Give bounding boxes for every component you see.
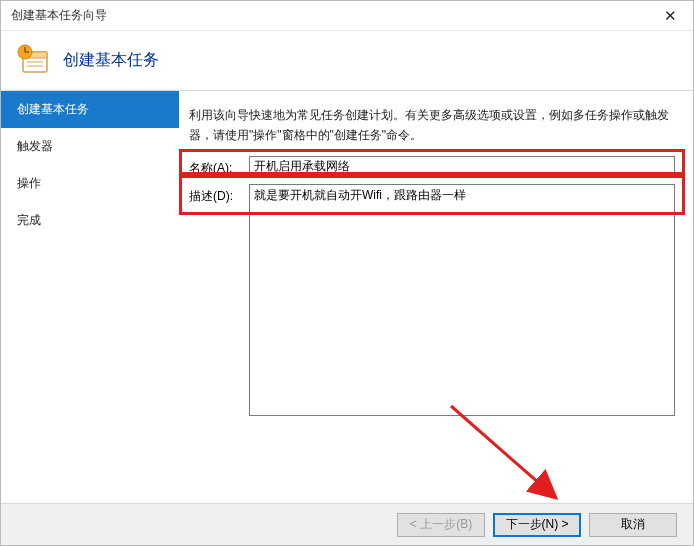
desc-row: 描述(D): [189, 184, 675, 416]
desc-label: 描述(D): [189, 184, 249, 205]
wizard-header: 创建基本任务 [1, 31, 693, 91]
wizard-icon [17, 44, 51, 78]
sidebar-item-create-basic-task[interactable]: 创建基本任务 [1, 91, 179, 128]
desc-textarea[interactable] [249, 184, 675, 416]
back-button: < 上一步(B) [397, 513, 485, 537]
wizard-title: 创建基本任务 [63, 50, 159, 71]
wizard-body: 创建基本任务 触发器 操作 完成 利用该向导快速地为常见任务创建计划。有关更多高… [1, 91, 693, 503]
close-button[interactable]: ✕ [648, 1, 693, 31]
name-label: 名称(A): [189, 156, 249, 177]
sidebar-item-label: 操作 [17, 176, 41, 190]
sidebar-item-label: 创建基本任务 [17, 102, 89, 116]
wizard-sidebar: 创建基本任务 触发器 操作 完成 [1, 91, 179, 503]
sidebar-item-action[interactable]: 操作 [1, 165, 179, 202]
intro-text: 利用该向导快速地为常见任务创建计划。有关更多高级选项或设置，例如多任务操作或触发… [189, 105, 675, 146]
sidebar-item-trigger[interactable]: 触发器 [1, 128, 179, 165]
titlebar: 创建基本任务向导 ✕ [1, 1, 693, 31]
sidebar-item-label: 完成 [17, 213, 41, 227]
wizard-main: 利用该向导快速地为常见任务创建计划。有关更多高级选项或设置，例如多任务操作或触发… [179, 91, 693, 503]
sidebar-item-finish[interactable]: 完成 [1, 202, 179, 239]
name-row: 名称(A): [189, 156, 675, 178]
wizard-footer: < 上一步(B) 下一步(N) > 取消 [1, 503, 693, 545]
name-input[interactable] [249, 156, 675, 178]
close-icon: ✕ [664, 7, 677, 25]
window-title: 创建基本任务向导 [11, 7, 648, 24]
sidebar-item-label: 触发器 [17, 139, 53, 153]
next-button[interactable]: 下一步(N) > [493, 513, 581, 537]
cancel-button[interactable]: 取消 [589, 513, 677, 537]
